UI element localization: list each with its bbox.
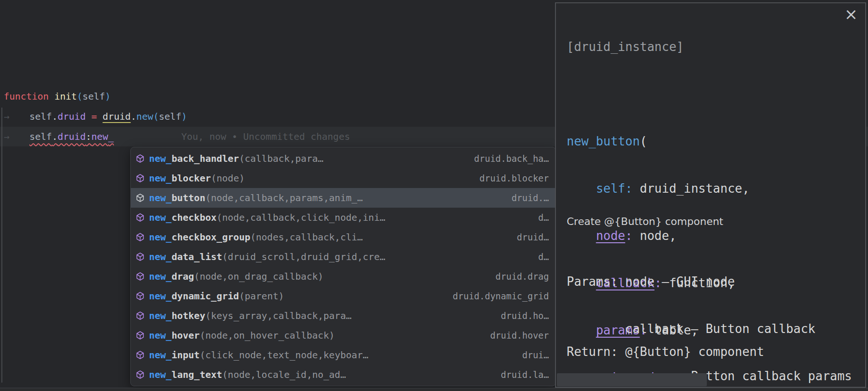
- completion-item-new_dynamic_grid[interactable]: new_dynamic_grid(parent)druid.dynamic_gr…: [131, 286, 555, 306]
- cube-icon: [135, 174, 145, 183]
- tab-whitespace-icon: →: [4, 107, 29, 126]
- completion-item-new_blocker[interactable]: new_blocker(node)druid.blocker: [131, 168, 555, 188]
- autocomplete-popup: new_back_handler(callback,para…druid.bac…: [130, 147, 556, 386]
- completion-item-new_hover[interactable]: new_hover(node,on_hover_callback)druid.h…: [131, 326, 555, 345]
- completion-item-new_checkbox_group[interactable]: new_checkbox_group(nodes,callback,cli…dr…: [131, 227, 555, 247]
- gutter-indicator: [1, 108, 2, 383]
- cube-icon: [135, 154, 145, 163]
- completion-item-new_checkbox[interactable]: new_checkbox(node,callback,click_node,in…: [131, 208, 555, 227]
- completion-item-new_hotkey[interactable]: new_hotkey(keys_array,callback,para…drui…: [131, 306, 555, 326]
- tab-whitespace-icon: →: [4, 127, 29, 146]
- cube-icon: [135, 350, 145, 360]
- cube-icon: [135, 193, 145, 203]
- horizontal-scrollbar[interactable]: [557, 373, 707, 386]
- editor-window: function init(self) →self.druid = druid.…: [0, 0, 868, 391]
- cube-icon: [135, 272, 145, 281]
- cube-icon: [135, 232, 145, 242]
- completion-item-new_button[interactable]: new_button(node,callback,params,anim_…dr…: [131, 188, 555, 208]
- doc-description: Create @{Button} component: [567, 216, 723, 227]
- completion-item-new_data_list[interactable]: new_data_list(druid_scroll,druid_grid,cr…: [131, 247, 555, 267]
- completion-item-new_input[interactable]: new_input(click_node,text_node,keyboar…d…: [131, 345, 555, 365]
- status-bar: [0, 388, 868, 391]
- cube-icon: [135, 213, 145, 222]
- completion-item-new_lang_text[interactable]: new_lang_text(node,locale_id,no_ad…druid…: [131, 365, 555, 384]
- documentation-panel: × [druid_instance] new_button( self: dru…: [555, 2, 866, 388]
- doc-return-line: Return: @{Button} component: [567, 342, 764, 362]
- cube-icon: [135, 252, 145, 261]
- completion-item-new_drag[interactable]: new_drag(node,on_drag_callback)druid.dra…: [131, 267, 555, 286]
- cube-icon: [135, 331, 145, 340]
- doc-params-block: Params: node — GUI node callback — Butto…: [567, 244, 852, 388]
- error-squiggle: self.druid:new_: [29, 131, 114, 142]
- cube-icon: [135, 291, 145, 301]
- cube-icon: [135, 311, 145, 320]
- cube-icon: [135, 370, 145, 379]
- git-blame-phantom: You, now • Uncommitted changes: [181, 127, 350, 146]
- completion-item-new_back_handler[interactable]: new_back_handler(callback,para…druid.bac…: [131, 149, 555, 168]
- close-icon[interactable]: ×: [845, 6, 858, 22]
